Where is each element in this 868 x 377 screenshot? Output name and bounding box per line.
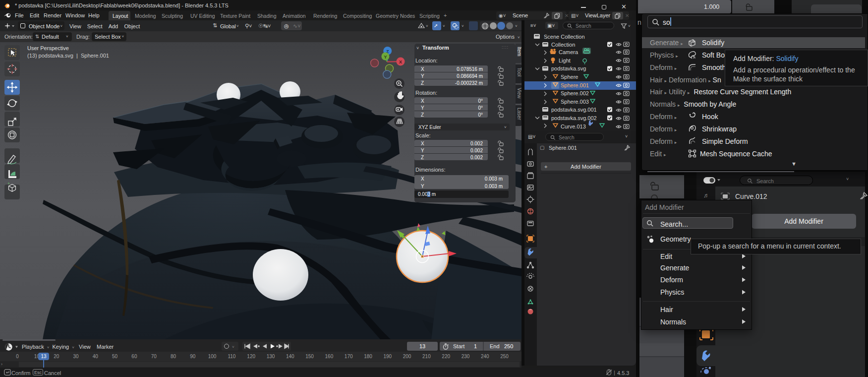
svg-text:Y: Y [384,55,387,60]
svg-text:X: X [399,60,402,64]
svg-text:+: + [7,181,10,186]
